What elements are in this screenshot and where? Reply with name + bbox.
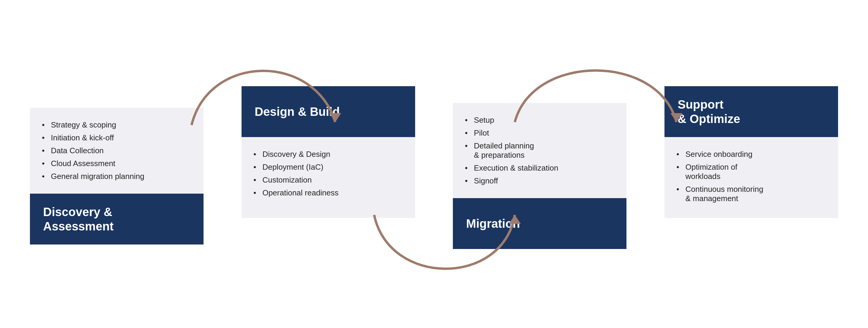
support-optimize-item-1: Service onboarding	[677, 148, 826, 161]
discovery-info-card: Strategy & scoping Initiation & kick-off…	[30, 108, 204, 194]
support-optimize-title: Support& Optimize	[678, 97, 740, 126]
design-build-item-3: Customization	[253, 173, 403, 187]
discovery-title: Discovery &Assessment	[43, 205, 114, 233]
migration-title: Migration	[466, 217, 520, 231]
support-optimize-title-box: Support& Optimize	[664, 86, 838, 137]
migration-info-card: Setup Pilot Detailed planning& preparati…	[453, 103, 626, 198]
discovery-item-3: Data Collection	[42, 144, 191, 157]
migration-items: Setup Pilot Detailed planning& preparati…	[465, 114, 615, 187]
design-build-title: Design & Build	[255, 104, 340, 119]
support-optimize-items: Service onboarding Optimization ofworklo…	[677, 148, 826, 205]
support-optimize-item-3: Continuous monitoring& management	[677, 183, 826, 205]
phase-design-build: Discovery & Design Deployment (IaC) Cust…	[242, 86, 415, 218]
phase-discovery: Strategy & scoping Initiation & kick-off…	[30, 108, 204, 244]
design-build-info-card: Discovery & Design Deployment (IaC) Cust…	[242, 137, 415, 218]
migration-title-box: Migration	[453, 198, 626, 249]
design-build-items: Discovery & Design Deployment (IaC) Cust…	[253, 148, 403, 199]
discovery-items: Strategy & scoping Initiation & kick-off…	[42, 119, 191, 183]
phase-migration: Setup Pilot Detailed planning& preparati…	[453, 103, 626, 249]
migration-item-2: Pilot	[465, 127, 615, 139]
migration-item-1: Setup	[465, 114, 615, 127]
migration-item-3: Detailed planning& preparations	[465, 139, 615, 162]
support-optimize-item-2: Optimization ofworkloads	[677, 161, 826, 183]
design-build-item-2: Deployment (IaC)	[253, 161, 403, 173]
discovery-item-1: Strategy & scoping	[42, 119, 191, 131]
design-build-item-1: Discovery & Design	[253, 148, 403, 161]
discovery-item-2: Initiation & kick-off	[42, 131, 191, 144]
discovery-item-5: General migration planning	[42, 170, 191, 183]
diagram-container: Strategy & scoping Initiation & kick-off…	[30, 29, 838, 299]
support-optimize-info-card: Service onboarding Optimization ofworklo…	[664, 137, 838, 218]
migration-item-5: Signoff	[465, 174, 615, 187]
discovery-item-4: Cloud Assessment	[42, 157, 191, 170]
design-build-title-box: Design & Build	[242, 86, 415, 137]
migration-item-4: Execution & stabilization	[465, 162, 615, 174]
discovery-title-box: Discovery &Assessment	[30, 194, 204, 244]
design-build-item-4: Operational readiness	[253, 187, 403, 199]
phase-support-optimize: Service onboarding Optimization ofworklo…	[664, 86, 838, 218]
